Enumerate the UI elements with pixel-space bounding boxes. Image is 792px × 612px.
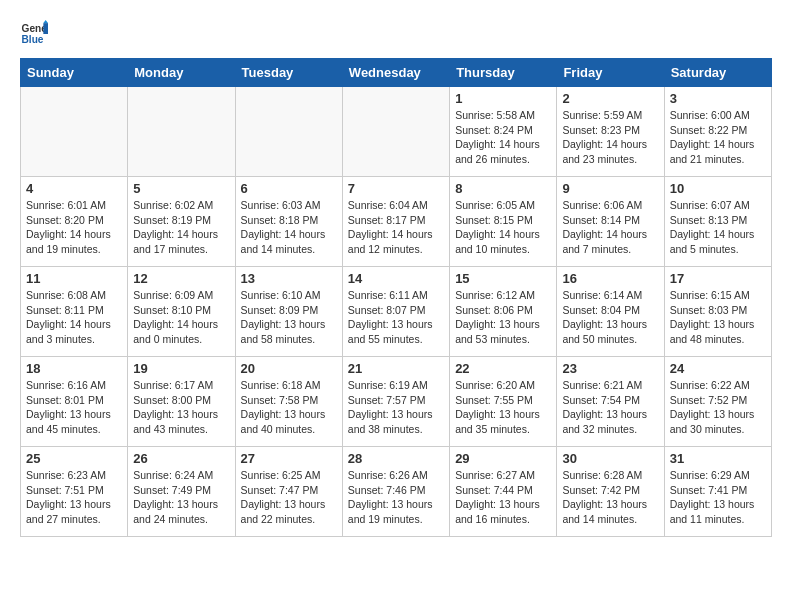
calendar-week-3: 11Sunrise: 6:08 AM Sunset: 8:11 PM Dayli… xyxy=(21,267,772,357)
day-info: Sunrise: 6:01 AM Sunset: 8:20 PM Dayligh… xyxy=(26,198,122,257)
day-number: 8 xyxy=(455,181,551,196)
weekday-header-sunday: Sunday xyxy=(21,59,128,87)
day-info: Sunrise: 6:15 AM Sunset: 8:03 PM Dayligh… xyxy=(670,288,766,347)
calendar-cell: 22Sunrise: 6:20 AM Sunset: 7:55 PM Dayli… xyxy=(450,357,557,447)
calendar-cell xyxy=(21,87,128,177)
calendar-cell: 9Sunrise: 6:06 AM Sunset: 8:14 PM Daylig… xyxy=(557,177,664,267)
day-number: 29 xyxy=(455,451,551,466)
day-number: 28 xyxy=(348,451,444,466)
calendar-cell: 10Sunrise: 6:07 AM Sunset: 8:13 PM Dayli… xyxy=(664,177,771,267)
calendar-cell: 19Sunrise: 6:17 AM Sunset: 8:00 PM Dayli… xyxy=(128,357,235,447)
calendar-cell: 25Sunrise: 6:23 AM Sunset: 7:51 PM Dayli… xyxy=(21,447,128,537)
calendar-cell: 31Sunrise: 6:29 AM Sunset: 7:41 PM Dayli… xyxy=(664,447,771,537)
day-number: 9 xyxy=(562,181,658,196)
calendar-cell: 2Sunrise: 5:59 AM Sunset: 8:23 PM Daylig… xyxy=(557,87,664,177)
day-number: 3 xyxy=(670,91,766,106)
day-info: Sunrise: 6:22 AM Sunset: 7:52 PM Dayligh… xyxy=(670,378,766,437)
day-info: Sunrise: 5:59 AM Sunset: 8:23 PM Dayligh… xyxy=(562,108,658,167)
calendar-cell: 13Sunrise: 6:10 AM Sunset: 8:09 PM Dayli… xyxy=(235,267,342,357)
calendar-cell: 21Sunrise: 6:19 AM Sunset: 7:57 PM Dayli… xyxy=(342,357,449,447)
svg-text:Blue: Blue xyxy=(22,34,44,45)
calendar-cell: 4Sunrise: 6:01 AM Sunset: 8:20 PM Daylig… xyxy=(21,177,128,267)
calendar-cell: 28Sunrise: 6:26 AM Sunset: 7:46 PM Dayli… xyxy=(342,447,449,537)
day-number: 11 xyxy=(26,271,122,286)
calendar-cell: 26Sunrise: 6:24 AM Sunset: 7:49 PM Dayli… xyxy=(128,447,235,537)
calendar-cell xyxy=(128,87,235,177)
day-info: Sunrise: 6:09 AM Sunset: 8:10 PM Dayligh… xyxy=(133,288,229,347)
logo: General Blue xyxy=(20,20,52,48)
day-number: 1 xyxy=(455,91,551,106)
calendar-cell: 14Sunrise: 6:11 AM Sunset: 8:07 PM Dayli… xyxy=(342,267,449,357)
day-info: Sunrise: 6:26 AM Sunset: 7:46 PM Dayligh… xyxy=(348,468,444,527)
day-info: Sunrise: 6:02 AM Sunset: 8:19 PM Dayligh… xyxy=(133,198,229,257)
day-info: Sunrise: 6:17 AM Sunset: 8:00 PM Dayligh… xyxy=(133,378,229,437)
day-info: Sunrise: 6:23 AM Sunset: 7:51 PM Dayligh… xyxy=(26,468,122,527)
day-number: 15 xyxy=(455,271,551,286)
calendar-cell xyxy=(342,87,449,177)
day-info: Sunrise: 6:14 AM Sunset: 8:04 PM Dayligh… xyxy=(562,288,658,347)
day-number: 5 xyxy=(133,181,229,196)
calendar-cell xyxy=(235,87,342,177)
calendar-cell: 15Sunrise: 6:12 AM Sunset: 8:06 PM Dayli… xyxy=(450,267,557,357)
day-number: 24 xyxy=(670,361,766,376)
day-number: 26 xyxy=(133,451,229,466)
day-number: 22 xyxy=(455,361,551,376)
calendar-cell: 7Sunrise: 6:04 AM Sunset: 8:17 PM Daylig… xyxy=(342,177,449,267)
day-number: 25 xyxy=(26,451,122,466)
day-number: 16 xyxy=(562,271,658,286)
weekday-header-saturday: Saturday xyxy=(664,59,771,87)
calendar-cell: 6Sunrise: 6:03 AM Sunset: 8:18 PM Daylig… xyxy=(235,177,342,267)
calendar-cell: 30Sunrise: 6:28 AM Sunset: 7:42 PM Dayli… xyxy=(557,447,664,537)
svg-marker-3 xyxy=(43,20,48,23)
day-number: 23 xyxy=(562,361,658,376)
calendar-week-2: 4Sunrise: 6:01 AM Sunset: 8:20 PM Daylig… xyxy=(21,177,772,267)
calendar-cell: 11Sunrise: 6:08 AM Sunset: 8:11 PM Dayli… xyxy=(21,267,128,357)
day-info: Sunrise: 6:16 AM Sunset: 8:01 PM Dayligh… xyxy=(26,378,122,437)
day-number: 4 xyxy=(26,181,122,196)
calendar-cell: 18Sunrise: 6:16 AM Sunset: 8:01 PM Dayli… xyxy=(21,357,128,447)
day-info: Sunrise: 6:05 AM Sunset: 8:15 PM Dayligh… xyxy=(455,198,551,257)
calendar-cell: 27Sunrise: 6:25 AM Sunset: 7:47 PM Dayli… xyxy=(235,447,342,537)
day-info: Sunrise: 6:06 AM Sunset: 8:14 PM Dayligh… xyxy=(562,198,658,257)
logo-icon: General Blue xyxy=(20,20,48,48)
day-number: 31 xyxy=(670,451,766,466)
day-info: Sunrise: 6:28 AM Sunset: 7:42 PM Dayligh… xyxy=(562,468,658,527)
day-info: Sunrise: 6:21 AM Sunset: 7:54 PM Dayligh… xyxy=(562,378,658,437)
weekday-header-thursday: Thursday xyxy=(450,59,557,87)
calendar-cell: 12Sunrise: 6:09 AM Sunset: 8:10 PM Dayli… xyxy=(128,267,235,357)
weekday-header-wednesday: Wednesday xyxy=(342,59,449,87)
day-number: 10 xyxy=(670,181,766,196)
day-info: Sunrise: 6:08 AM Sunset: 8:11 PM Dayligh… xyxy=(26,288,122,347)
calendar-cell: 3Sunrise: 6:00 AM Sunset: 8:22 PM Daylig… xyxy=(664,87,771,177)
page-header: General Blue xyxy=(20,20,772,48)
day-info: Sunrise: 6:00 AM Sunset: 8:22 PM Dayligh… xyxy=(670,108,766,167)
calendar-table: SundayMondayTuesdayWednesdayThursdayFrid… xyxy=(20,58,772,537)
day-info: Sunrise: 6:10 AM Sunset: 8:09 PM Dayligh… xyxy=(241,288,337,347)
day-info: Sunrise: 6:04 AM Sunset: 8:17 PM Dayligh… xyxy=(348,198,444,257)
day-info: Sunrise: 5:58 AM Sunset: 8:24 PM Dayligh… xyxy=(455,108,551,167)
day-info: Sunrise: 6:24 AM Sunset: 7:49 PM Dayligh… xyxy=(133,468,229,527)
weekday-header-monday: Monday xyxy=(128,59,235,87)
day-info: Sunrise: 6:07 AM Sunset: 8:13 PM Dayligh… xyxy=(670,198,766,257)
day-number: 12 xyxy=(133,271,229,286)
day-number: 30 xyxy=(562,451,658,466)
weekday-header-tuesday: Tuesday xyxy=(235,59,342,87)
calendar-week-5: 25Sunrise: 6:23 AM Sunset: 7:51 PM Dayli… xyxy=(21,447,772,537)
day-number: 17 xyxy=(670,271,766,286)
weekday-header-friday: Friday xyxy=(557,59,664,87)
day-number: 14 xyxy=(348,271,444,286)
svg-marker-2 xyxy=(43,23,48,34)
day-info: Sunrise: 6:29 AM Sunset: 7:41 PM Dayligh… xyxy=(670,468,766,527)
day-number: 20 xyxy=(241,361,337,376)
calendar-cell: 8Sunrise: 6:05 AM Sunset: 8:15 PM Daylig… xyxy=(450,177,557,267)
calendar-cell: 24Sunrise: 6:22 AM Sunset: 7:52 PM Dayli… xyxy=(664,357,771,447)
calendar-cell: 1Sunrise: 5:58 AM Sunset: 8:24 PM Daylig… xyxy=(450,87,557,177)
calendar-header-row: SundayMondayTuesdayWednesdayThursdayFrid… xyxy=(21,59,772,87)
day-info: Sunrise: 6:18 AM Sunset: 7:58 PM Dayligh… xyxy=(241,378,337,437)
day-info: Sunrise: 6:20 AM Sunset: 7:55 PM Dayligh… xyxy=(455,378,551,437)
day-info: Sunrise: 6:03 AM Sunset: 8:18 PM Dayligh… xyxy=(241,198,337,257)
calendar-week-1: 1Sunrise: 5:58 AM Sunset: 8:24 PM Daylig… xyxy=(21,87,772,177)
day-number: 27 xyxy=(241,451,337,466)
day-info: Sunrise: 6:12 AM Sunset: 8:06 PM Dayligh… xyxy=(455,288,551,347)
day-info: Sunrise: 6:25 AM Sunset: 7:47 PM Dayligh… xyxy=(241,468,337,527)
